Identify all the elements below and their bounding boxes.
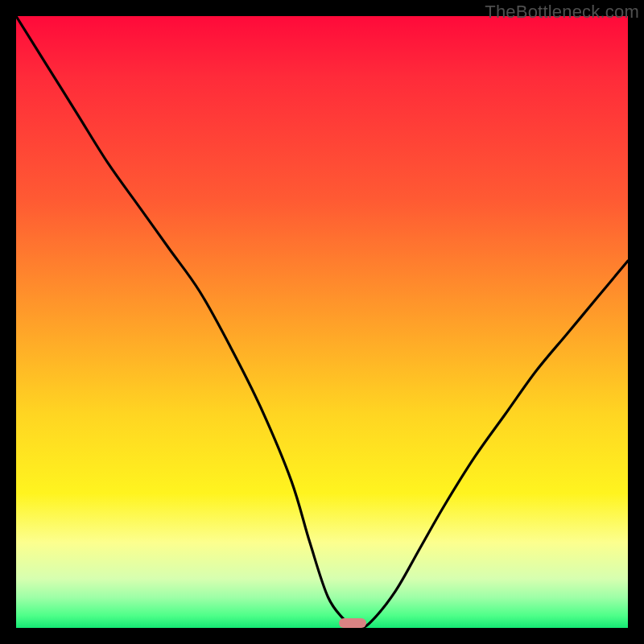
bottleneck-curve (16, 16, 628, 628)
chart-frame: TheBottleneck.com (0, 0, 644, 644)
minimum-marker (339, 618, 366, 628)
watermark-text: TheBottleneck.com (485, 2, 639, 23)
plot-area (16, 16, 628, 628)
